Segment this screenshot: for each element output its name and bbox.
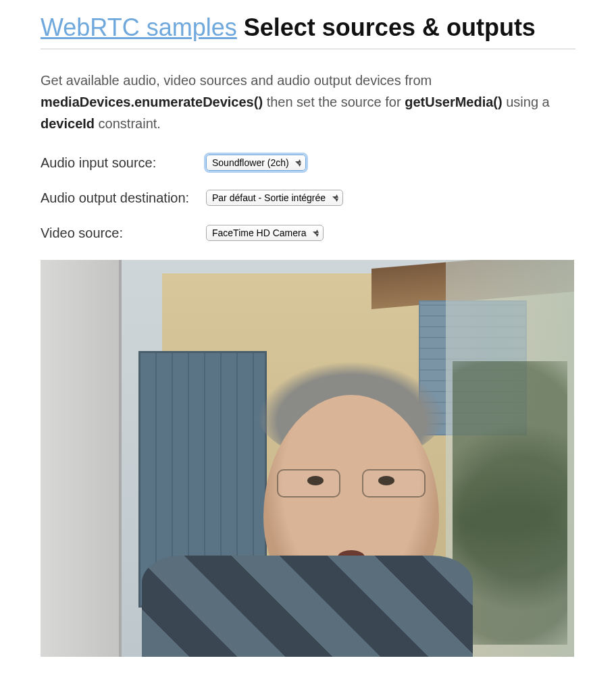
video-source-select-wrap: FaceTime HD Camera ▴▾ <box>206 225 324 241</box>
audio-output-select-wrap: Par défaut - Sortie intégrée ▴▾ <box>206 190 343 206</box>
intro-code-enumerate: mediaDevices.enumerateDevices() <box>41 95 263 109</box>
video-person-shirt <box>142 556 473 657</box>
intro-code-deviceid: deviceId <box>41 116 95 131</box>
video-source-select[interactable]: FaceTime HD Camera <box>206 225 324 241</box>
audio-output-row: Audio output destination: Par défaut - S… <box>41 190 575 206</box>
intro-text: constraint. <box>99 116 161 131</box>
audio-input-label: Audio input source: <box>41 155 206 171</box>
intro-code-getusermedia: getUserMedia() <box>405 95 502 109</box>
video-source-label: Video source: <box>41 225 206 241</box>
video-bg-frame-left <box>41 260 122 657</box>
audio-output-label: Audio output destination: <box>41 190 206 206</box>
webrtc-samples-link[interactable]: WebRTC samples <box>41 14 237 41</box>
video-person-glasses <box>277 469 426 496</box>
intro-text: using a <box>506 95 550 109</box>
video-source-row: Video source: FaceTime HD Camera ▴▾ <box>41 225 575 241</box>
intro-text: then set the source for <box>267 95 405 109</box>
page-title: Select sources & outputs <box>244 14 536 41</box>
audio-output-select[interactable]: Par défaut - Sortie intégrée <box>206 190 343 206</box>
audio-input-select[interactable]: Soundflower (2ch) <box>206 155 306 171</box>
audio-input-select-wrap: Soundflower (2ch) ▴▾ <box>206 155 306 171</box>
video-preview <box>41 260 574 657</box>
audio-input-row: Audio input source: Soundflower (2ch) ▴▾ <box>41 155 575 171</box>
intro-paragraph: Get available audio, video sources and a… <box>41 70 575 134</box>
intro-text: Get available audio, video sources and a… <box>41 73 432 88</box>
page-heading: WebRTC samples Select sources & outputs <box>41 14 575 49</box>
